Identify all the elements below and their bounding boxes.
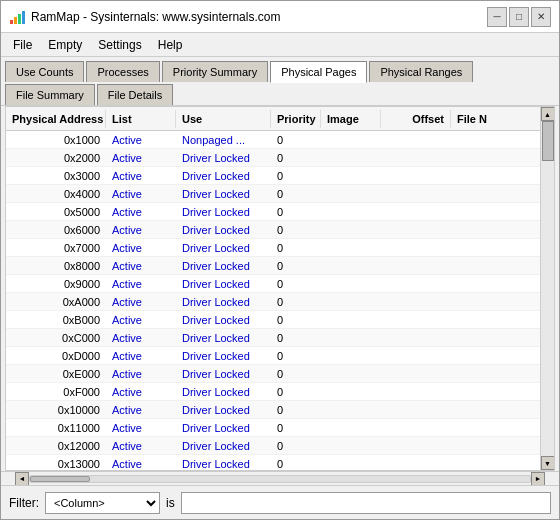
- scroll-thumb[interactable]: [542, 121, 554, 161]
- cell-offset: [381, 157, 451, 159]
- tab-physical-pages[interactable]: Physical Pages: [270, 61, 367, 83]
- cell-offset: [381, 229, 451, 231]
- cell-physical-address: 0x9000: [6, 277, 106, 291]
- cell-priority: 0: [271, 277, 321, 291]
- cell-offset: [381, 247, 451, 249]
- cell-priority: 0: [271, 367, 321, 381]
- scrollbar-h-track[interactable]: [29, 475, 531, 483]
- cell-filen: [451, 157, 554, 159]
- cell-list: Active: [106, 205, 176, 219]
- table-row[interactable]: 0x12000 Active Driver Locked 0: [6, 437, 554, 455]
- table-row[interactable]: 0x9000 Active Driver Locked 0: [6, 275, 554, 293]
- cell-priority: 0: [271, 439, 321, 453]
- table-body[interactable]: 0x1000 Active Nonpaged ... 0 0x2000 Acti…: [6, 131, 554, 470]
- cell-image: [321, 157, 381, 159]
- table-row[interactable]: 0x5000 Active Driver Locked 0: [6, 203, 554, 221]
- table-row[interactable]: 0xE000 Active Driver Locked 0: [6, 365, 554, 383]
- filter-value-input[interactable]: [181, 492, 551, 514]
- menu-help[interactable]: Help: [150, 36, 191, 54]
- cell-use: Driver Locked: [176, 349, 271, 363]
- col-header-list[interactable]: List: [106, 110, 176, 128]
- cell-offset: [381, 391, 451, 393]
- scroll-down-button[interactable]: ▼: [541, 456, 555, 470]
- cell-priority: 0: [271, 187, 321, 201]
- cell-physical-address: 0xF000: [6, 385, 106, 399]
- cell-offset: [381, 373, 451, 375]
- cell-physical-address: 0x10000: [6, 403, 106, 417]
- scroll-up-button[interactable]: ▲: [541, 107, 555, 121]
- col-header-filen[interactable]: File N: [451, 110, 554, 128]
- table-row[interactable]: 0x10000 Active Driver Locked 0: [6, 401, 554, 419]
- col-header-physical-address[interactable]: Physical Address: [6, 110, 106, 128]
- tab-use-counts[interactable]: Use Counts: [5, 61, 84, 82]
- tab-processes[interactable]: Processes: [86, 61, 159, 82]
- cell-priority: 0: [271, 313, 321, 327]
- close-button[interactable]: ✕: [531, 7, 551, 27]
- table-row[interactable]: 0x3000 Active Driver Locked 0: [6, 167, 554, 185]
- tab-priority-summary[interactable]: Priority Summary: [162, 61, 268, 82]
- table-row[interactable]: 0xC000 Active Driver Locked 0: [6, 329, 554, 347]
- col-header-use[interactable]: Use: [176, 110, 271, 128]
- cell-filen: [451, 229, 554, 231]
- cell-offset: [381, 463, 451, 465]
- col-header-offset[interactable]: Offset: [381, 110, 451, 128]
- horizontal-scrollbar[interactable]: ◄ ►: [1, 471, 559, 485]
- cell-priority: 0: [271, 331, 321, 345]
- cell-filen: [451, 427, 554, 429]
- tab-file-details[interactable]: File Details: [97, 84, 173, 105]
- vertical-scrollbar[interactable]: ▲ ▼: [540, 107, 554, 470]
- tab-physical-ranges[interactable]: Physical Ranges: [369, 61, 473, 82]
- cell-filen: [451, 355, 554, 357]
- minimize-button[interactable]: ─: [487, 7, 507, 27]
- menu-empty[interactable]: Empty: [40, 36, 90, 54]
- cell-priority: 0: [271, 349, 321, 363]
- cell-priority: 0: [271, 169, 321, 183]
- table-header: Physical Address List Use Priority Image…: [6, 107, 554, 131]
- col-header-image[interactable]: Image: [321, 110, 381, 128]
- cell-filen: [451, 319, 554, 321]
- scroll-track[interactable]: [541, 121, 554, 456]
- table-row[interactable]: 0x1000 Active Nonpaged ... 0: [6, 131, 554, 149]
- cell-offset: [381, 175, 451, 177]
- cell-priority: 0: [271, 151, 321, 165]
- scroll-left-button[interactable]: ◄: [15, 472, 29, 486]
- table-row[interactable]: 0xD000 Active Driver Locked 0: [6, 347, 554, 365]
- cell-priority: 0: [271, 295, 321, 309]
- cell-use: Driver Locked: [176, 205, 271, 219]
- maximize-button[interactable]: □: [509, 7, 529, 27]
- scroll-right-button[interactable]: ►: [531, 472, 545, 486]
- cell-list: Active: [106, 403, 176, 417]
- table-row[interactable]: 0x8000 Active Driver Locked 0: [6, 257, 554, 275]
- cell-filen: [451, 391, 554, 393]
- cell-list: Active: [106, 385, 176, 399]
- table-row[interactable]: 0x7000 Active Driver Locked 0: [6, 239, 554, 257]
- cell-use: Driver Locked: [176, 331, 271, 345]
- cell-image: [321, 265, 381, 267]
- tab-file-summary[interactable]: File Summary: [5, 84, 95, 105]
- cell-list: Active: [106, 133, 176, 147]
- cell-use: Nonpaged ...: [176, 133, 271, 147]
- cell-list: Active: [106, 295, 176, 309]
- table-row[interactable]: 0x4000 Active Driver Locked 0: [6, 185, 554, 203]
- table-row[interactable]: 0xB000 Active Driver Locked 0: [6, 311, 554, 329]
- cell-physical-address: 0x5000: [6, 205, 106, 219]
- cell-list: Active: [106, 313, 176, 327]
- cell-filen: [451, 175, 554, 177]
- table-row[interactable]: 0xF000 Active Driver Locked 0: [6, 383, 554, 401]
- cell-offset: [381, 211, 451, 213]
- scrollbar-h-thumb[interactable]: [30, 476, 90, 482]
- table-row[interactable]: 0x13000 Active Driver Locked 0: [6, 455, 554, 470]
- cell-image: [321, 337, 381, 339]
- title-bar-controls: ─ □ ✕: [487, 7, 551, 27]
- table-row[interactable]: 0x6000 Active Driver Locked 0: [6, 221, 554, 239]
- table-row[interactable]: 0x11000 Active Driver Locked 0: [6, 419, 554, 437]
- menu-file[interactable]: File: [5, 36, 40, 54]
- col-header-priority[interactable]: Priority: [271, 110, 321, 128]
- cell-offset: [381, 445, 451, 447]
- cell-image: [321, 247, 381, 249]
- table-row[interactable]: 0xA000 Active Driver Locked 0: [6, 293, 554, 311]
- filter-column-select[interactable]: <Column>Physical AddressListUsePriorityI…: [45, 492, 160, 514]
- filter-bar: Filter: <Column>Physical AddressListUseP…: [1, 485, 559, 519]
- menu-settings[interactable]: Settings: [90, 36, 149, 54]
- table-row[interactable]: 0x2000 Active Driver Locked 0: [6, 149, 554, 167]
